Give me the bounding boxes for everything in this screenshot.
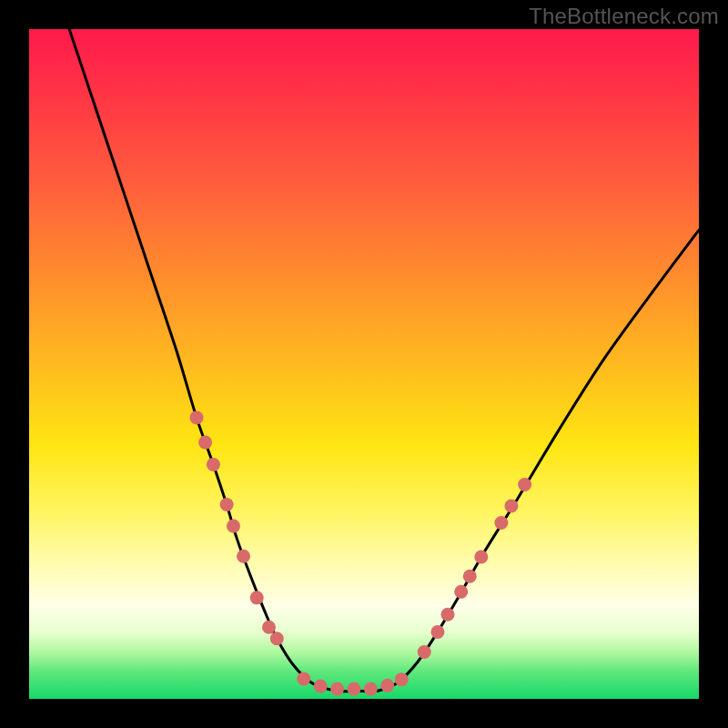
curve-svg: [29, 29, 699, 699]
bottom-dots-dot: [364, 682, 378, 695]
left-dots-dot: [190, 410, 204, 424]
left-dots-dot: [262, 621, 276, 634]
bottom-dots-dot: [314, 680, 328, 693]
bottom-dots-dot: [395, 672, 409, 686]
left-dots-dot: [250, 591, 264, 604]
bottom-dots-dot: [347, 682, 360, 695]
left-dots-dot: [207, 458, 220, 471]
right-dots-dot: [418, 645, 431, 659]
bottom-dots-dot: [330, 682, 344, 695]
bottom-dots-dot: [297, 672, 310, 685]
plot-area: [29, 29, 699, 699]
left-dots-dot: [227, 520, 240, 533]
right-dots-dot: [474, 550, 488, 563]
right-dots-dot: [463, 570, 477, 583]
right-dots-dot: [441, 608, 455, 622]
right-dots-dot: [504, 500, 518, 513]
right-dots-dot: [430, 625, 444, 639]
left-dots-dot: [198, 436, 212, 450]
marker-layer: [190, 410, 532, 695]
left-dots-dot: [220, 498, 234, 511]
bottom-dots-dot: [380, 679, 394, 693]
left-dots-dot: [270, 632, 284, 645]
right-dots-dot: [518, 478, 531, 491]
left-dots-dot: [237, 550, 250, 563]
right-dots-dot: [494, 516, 508, 530]
bottleneck-curve: [69, 29, 699, 692]
watermark-text: TheBottleneck.com: [529, 4, 719, 29]
chart-frame: TheBottleneck.com: [0, 0, 728, 728]
right-dots-dot: [454, 585, 468, 599]
